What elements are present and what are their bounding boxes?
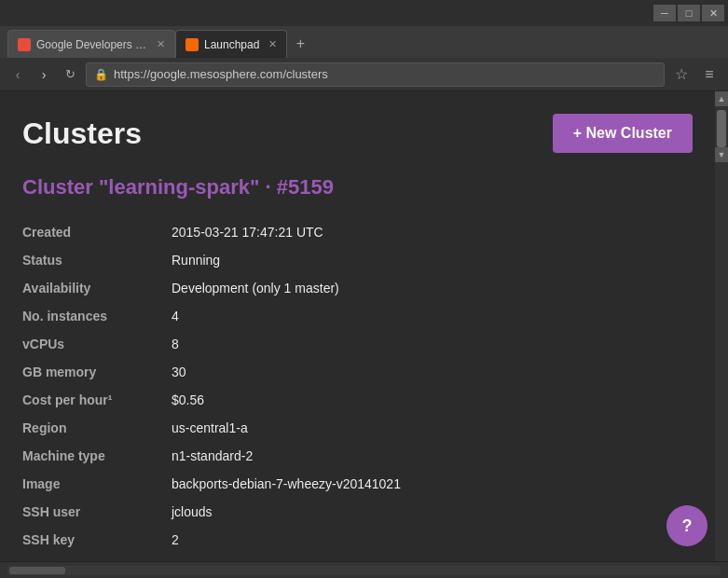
detail-label: No. instances <box>22 302 172 330</box>
detail-label: SSH key <box>22 526 172 554</box>
detail-value: Running <box>172 246 693 274</box>
table-row: No. instances4 <box>22 302 693 330</box>
table-row: Google project IDlearning-spark <box>22 554 693 561</box>
detail-value: learning-spark <box>172 554 693 561</box>
detail-value: Development (only 1 master) <box>172 274 693 302</box>
detail-value: $0.56 <box>172 386 693 414</box>
support-bubble-button[interactable]: ? <box>666 505 707 546</box>
detail-label: Google project ID <box>22 554 172 561</box>
detail-value: backports-debian-7-wheezy-v20141021 <box>172 470 693 498</box>
cluster-heading: Cluster "learning-spark" · #5159 <box>22 175 693 200</box>
tab-bar: Google Developers Con ✕ Launchpad ✕ + <box>0 26 728 58</box>
table-row: Created2015-03-21 17:47:21 UTC <box>22 218 693 246</box>
table-row: Cost per hour¹$0.56 <box>22 386 693 414</box>
close-button[interactable]: ✕ <box>702 5 724 21</box>
detail-table: Created2015-03-21 17:47:21 UTCStatusRunn… <box>22 218 693 561</box>
page-content: Clusters + New Cluster Cluster "learning… <box>0 91 715 561</box>
back-button[interactable]: ‹ <box>7 64 28 85</box>
detail-label: Image <box>22 470 172 498</box>
scroll-h-thumb[interactable] <box>9 567 65 574</box>
forward-button[interactable]: › <box>34 64 54 85</box>
status-bar <box>0 561 728 578</box>
new-cluster-button[interactable]: + New Cluster <box>553 114 693 153</box>
detail-value: 2 <box>172 526 693 554</box>
table-row: Regionus-central1-a <box>22 414 693 442</box>
bookmark-button[interactable]: ☆ <box>670 63 693 86</box>
horizontal-scrollbar[interactable] <box>7 566 721 575</box>
window-controls: ─ □ ✕ <box>653 5 724 21</box>
url-text: https://google.mesosphere.com/clusters <box>114 67 328 81</box>
detail-label: Region <box>22 414 172 442</box>
table-row: AvailabilityDevelopment (only 1 master) <box>22 274 693 302</box>
new-tab-button[interactable]: + <box>287 30 313 58</box>
scroll-up-button[interactable]: ▲ <box>715 91 728 106</box>
tab-close-launchpad[interactable]: ✕ <box>268 38 277 50</box>
vertical-scrollbar[interactable]: ▲ ▼ <box>715 91 728 561</box>
table-row: Imagebackports-debian-7-wheezy-v20141021 <box>22 470 693 498</box>
minimize-button[interactable]: ─ <box>653 5 676 21</box>
detail-value: 4 <box>172 302 693 330</box>
detail-value: jclouds <box>172 498 693 526</box>
table-row: vCPUs8 <box>22 330 693 358</box>
detail-label: SSH user <box>22 498 172 526</box>
tab-label-launchpad: Launchpad <box>204 38 259 51</box>
browser-menu-button[interactable]: ≡ <box>698 63 721 86</box>
table-row: GB memory30 <box>22 358 693 386</box>
tab-favicon-launchpad <box>185 38 199 51</box>
table-row: Machine typen1-standard-2 <box>22 442 693 470</box>
table-row: SSH userjclouds <box>22 498 693 526</box>
title-bar: ─ □ ✕ <box>0 0 728 26</box>
refresh-button[interactable]: ↻ <box>60 64 80 85</box>
detail-label: Machine type <box>22 442 172 470</box>
tab-google[interactable]: Google Developers Con ✕ <box>7 30 175 58</box>
detail-label: Created <box>22 218 172 246</box>
scroll-thumb[interactable] <box>717 110 726 147</box>
detail-label: Availability <box>22 274 172 302</box>
lock-icon: 🔒 <box>94 68 108 81</box>
tab-favicon-google <box>18 38 31 51</box>
tab-close-google[interactable]: ✕ <box>157 38 165 50</box>
maximize-button[interactable]: □ <box>678 5 700 21</box>
detail-value: 30 <box>172 358 693 386</box>
detail-label: Cost per hour¹ <box>22 386 172 414</box>
address-bar: ‹ › ↻ 🔒 https://google.mesosphere.com/cl… <box>0 58 728 91</box>
scroll-down-button[interactable]: ▼ <box>715 147 728 162</box>
detail-label: vCPUs <box>22 330 172 358</box>
detail-value: us-central1-a <box>172 414 693 442</box>
url-bar[interactable]: 🔒 https://google.mesosphere.com/clusters <box>86 62 665 87</box>
page-title: Clusters <box>22 117 142 151</box>
detail-label: GB memory <box>22 358 172 386</box>
detail-value: 8 <box>172 330 693 358</box>
browser-content: Clusters + New Cluster Cluster "learning… <box>0 91 728 561</box>
page-header: Clusters + New Cluster <box>22 114 693 153</box>
tab-launchpad[interactable]: Launchpad ✕ <box>175 30 287 58</box>
tab-label-google: Google Developers Con <box>36 38 147 51</box>
table-row: SSH key2 <box>22 526 693 554</box>
detail-value: n1-standard-2 <box>172 442 693 470</box>
table-row: StatusRunning <box>22 246 693 274</box>
detail-label: Status <box>22 246 172 274</box>
detail-value: 2015-03-21 17:47:21 UTC <box>172 218 693 246</box>
